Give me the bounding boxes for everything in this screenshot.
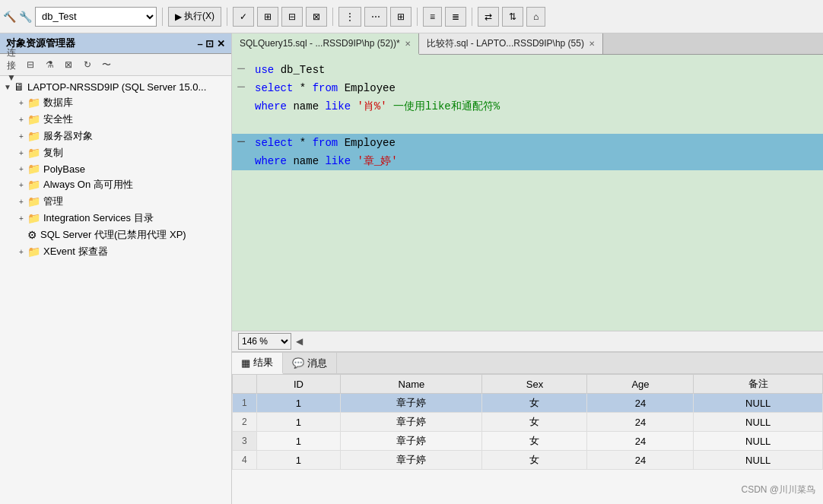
watermark: CSDN @川川菜鸟 [741,483,815,496]
tab-sqlquery15-close[interactable]: ✕ [405,40,411,48]
cell-age-2: 24 [587,413,694,432]
results-table-container: ID Name Sex Age 备注 1 1 章子婷 女 24 NULL [232,374,823,504]
server-label: LAPTOP-NRSSD9IP (SQL Server 15.0... [27,81,206,93]
tab-sqlquery15[interactable]: SQLQuery15.sql - ...RSSD9IP\hp (52))* ✕ [232,33,419,55]
filter-clear-button[interactable]: ⊠ [60,56,77,73]
disconnect-button[interactable]: ⊟ [22,56,39,73]
kw-like1: like [325,100,351,113]
panel-controls: – ⊡ ✕ [198,38,225,49]
sep4 [417,8,418,26]
connect-button[interactable]: 连接▼ [3,56,20,73]
tb-btn-9[interactable]: ≡ [423,7,442,27]
tb-icon-4: ⊟ [288,11,296,22]
scroll-left-arrow[interactable]: ◀ [296,336,303,347]
tree-item-xevent[interactable]: + 📁 XEvent 探查器 [0,243,231,260]
tb-btn-5[interactable]: ⊠ [306,7,327,27]
tree-item-integration[interactable]: + 📁 Integration Services 目录 [0,210,231,227]
code-line-4 [232,116,823,134]
tb-btn-7[interactable]: ⋯ [364,7,387,27]
code-content-6: where name like '章_婷' [250,152,823,170]
server-icon: 🖥 [14,81,24,93]
expand-icon: ▼ [2,83,14,91]
expand-icon-ao: + [15,181,27,189]
polybase-label: PolyBase [43,163,85,175]
cell-sex-2: 女 [482,413,587,432]
execute-button[interactable]: ▶ 执行(X) [168,7,221,27]
tab-compare-close[interactable]: ✕ [589,40,595,48]
cell-id-4: 1 [256,451,341,470]
tb-btn-13[interactable]: ⌂ [526,7,545,27]
check-button[interactable]: ✓ [233,7,254,27]
results-tabs-bar: ▦ 结果 💬 消息 [232,353,823,374]
table-row[interactable]: 1 1 章子婷 女 24 NULL [233,394,823,413]
tree-item-server[interactable]: ▼ 🖥 LAPTOP-NRSSD9IP (SQL Server 15.0... [0,79,231,94]
tb-btn-10[interactable]: ≣ [445,7,466,27]
table-row[interactable]: 2 1 章子婷 女 24 NULL [233,413,823,432]
tab-compare-label: 比较符.sql - LAPTO...RSSD9IP\hp (55) [427,37,584,50]
cell-note-3: NULL [694,432,823,451]
execute-label: 执行(X) [184,10,214,23]
tb-btn-3[interactable]: ⊞ [257,7,278,27]
space3: name [293,100,325,113]
filter-button[interactable]: ⚗ [41,56,58,73]
tb-btn-8[interactable]: ⊞ [390,7,412,27]
tree-item-server-objects[interactable]: + 📁 服务器对象 [0,128,231,144]
tb-btn-12[interactable]: ⇅ [502,7,523,27]
tab-compare[interactable]: 比较符.sql - LAPTO...RSSD9IP\hp (55) ✕ [419,33,603,54]
sql-editor[interactable]: ─ use db_Test ─ select * fro [232,55,823,331]
zoom-selector[interactable]: 50 %75 %100 %125 %146 %150 %200 % [238,333,291,350]
table-row[interactable]: 3 1 章子婷 女 24 NULL [233,432,823,451]
cell-sex-3: 女 [482,432,587,451]
table-row[interactable]: 4 1 章子婷 女 24 NULL [233,451,823,470]
refresh-button[interactable]: ↻ [79,56,96,73]
tb-icon-12: ⇅ [509,11,516,22]
security-folder-icon: 📁 [27,113,40,125]
comment1: 一使用like和通配符% [393,100,500,113]
results-tab-label: 结果 [253,356,273,369]
object-tree: ▼ 🖥 LAPTOP-NRSSD9IP (SQL Server 15.0... … [0,76,231,504]
code-table: ─ use db_Test ─ select * fro [232,61,823,170]
tab-sqlquery15-label: SQLQuery15.sql - ...RSSD9IP\hp (52))* [240,38,400,49]
tb-icon-3: ⊞ [264,11,272,22]
management-folder-icon: 📁 [27,195,40,208]
tb-btn-4[interactable]: ⊟ [281,7,303,27]
results-tab-messages[interactable]: 💬 消息 [283,353,337,373]
results-tab-results[interactable]: ▦ 结果 [232,353,283,374]
space2: Employee [345,82,396,94]
management-label: 管理 [43,195,63,208]
database-selector[interactable]: db_Test [35,7,157,27]
tree-item-security[interactable]: + 📁 安全性 [0,111,231,128]
col-rownum [233,375,257,394]
tb-icon-11: ⇄ [485,11,492,22]
cell-name-3: 章子婷 [341,432,482,451]
col-sex: Sex [482,375,587,394]
code-line-5: ─ select * from Employee [232,134,823,152]
kw-select2: select [255,137,293,149]
code-content-3: where name like '肖%' 一使用like和通配符% [250,97,823,116]
space6: name [293,155,325,167]
tree-item-management[interactable]: + 📁 管理 [0,193,231,210]
tree-item-databases[interactable]: + 📁 数据库 [0,94,231,111]
collapse-1[interactable]: ─ [237,62,245,76]
expand-icon-int: + [15,214,27,223]
tree-item-polybase[interactable]: + 📁 PolyBase [0,161,231,176]
tree-item-replication[interactable]: + 📁 复制 [0,144,231,161]
code-line-1: ─ use db_Test [232,61,823,79]
code-content-5: select * from Employee [250,134,823,152]
tb-btn-6[interactable]: ⋮ [338,7,361,27]
collapse-2[interactable]: ─ [237,81,245,94]
tree-item-alwayson[interactable]: + 📁 Always On 高可用性 [0,176,231,193]
collapse-5[interactable]: ─ [237,135,245,149]
kw-use: use [255,64,274,76]
cell-age-3: 24 [587,432,694,451]
main-layout: 对象资源管理器 – ⊡ ✕ 连接▼ ⊟ ⚗ ⊠ ↻ 〜 ▼ 🖥 LAPTOP-N… [0,33,823,504]
tb-icon-10: ≣ [452,11,459,22]
col-name: Name [341,375,482,394]
tree-item-sql-agent[interactable]: ⚙ SQL Server 代理(已禁用代理 XP) [0,227,231,243]
activity-monitor-button[interactable]: 〜 [98,56,115,73]
server-objects-folder-icon: 📁 [27,130,40,142]
tb-btn-11[interactable]: ⇄ [478,7,499,27]
expand-icon-xe: + [15,248,27,256]
cell-name-1: 章子婷 [341,394,482,413]
kw-select: select [255,82,293,94]
